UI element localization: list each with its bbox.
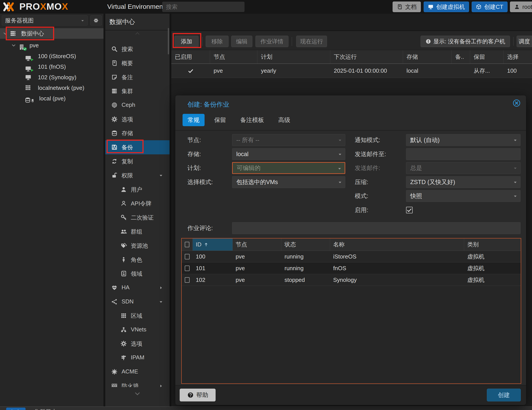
column-header-id[interactable]: ID	[193, 238, 233, 251]
documentation-button[interactable]: 文档	[393, 1, 421, 12]
nav-item-options[interactable]: 选项	[105, 112, 170, 126]
scroll-down-icon[interactable]	[131, 391, 143, 397]
collapse-arrow-icon[interactable]	[159, 173, 163, 178]
running-play-icon	[30, 68, 34, 72]
column-header-status[interactable]: 状态	[281, 238, 330, 251]
row-checkbox[interactable]	[185, 266, 190, 271]
check-icon	[407, 207, 412, 213]
nav-item-api-tokens[interactable]: API令牌	[105, 196, 170, 210]
nav-item-firewall[interactable]: 防火墙	[105, 379, 170, 387]
nav-item-sdn[interactable]: SDN	[105, 295, 170, 309]
nav-item-groups[interactable]: 群组	[105, 225, 170, 239]
nav-item-ipam[interactable]: IPAM	[105, 351, 170, 365]
tab-general[interactable]: 常规	[182, 114, 205, 126]
tree-item-vm-102[interactable]: 102 (Synology)	[0, 72, 104, 83]
select-all-checkbox[interactable]	[182, 238, 193, 251]
nav-item-vnets[interactable]: VNets	[105, 323, 170, 337]
column-header-storage[interactable]: 存储	[403, 50, 452, 63]
tab-retention[interactable]: 保留	[210, 114, 230, 126]
nav-item-realms[interactable]: 领域	[105, 267, 170, 281]
create-button[interactable]: 创建	[487, 389, 521, 401]
notification-mode-label: 通知模式:	[355, 134, 380, 146]
compression-select[interactable]: ZSTD (又快又好)	[406, 176, 521, 188]
enabled-checkbox[interactable]	[406, 207, 413, 213]
nav-item-replication[interactable]: 复制	[105, 154, 170, 168]
column-header-next-run[interactable]: 下次运行	[330, 50, 403, 63]
view-selector[interactable]: 服务器视图	[2, 15, 88, 26]
column-header-retention[interactable]: 保留	[470, 50, 504, 63]
column-header-selection[interactable]: 选择	[504, 50, 532, 63]
schedule-combo[interactable]: 可编辑的	[232, 162, 345, 174]
tasks-tab[interactable]: 任务	[6, 408, 26, 410]
nav-item-notes[interactable]: 备注	[105, 70, 170, 84]
column-header-node[interactable]: 节点	[233, 238, 281, 251]
close-icon[interactable]	[513, 99, 521, 107]
guest-row-100[interactable]: 100 pve running iStoreOS 虚拟机	[182, 251, 521, 262]
row-checkbox[interactable]	[185, 277, 190, 283]
schedule-simulator-button[interactable]: 调度	[517, 36, 532, 47]
create-vm-button[interactable]: 创建虚拟机	[424, 1, 469, 12]
nav-item-roles[interactable]: 角色	[105, 253, 170, 267]
nav-item-acme[interactable]: ACME	[105, 365, 170, 379]
job-comment-input[interactable]	[232, 222, 521, 234]
column-header-notes[interactable]: 备..	[452, 50, 470, 63]
nav-item-zones[interactable]: 区域	[105, 309, 170, 323]
tree-item-local-storage[interactable]: local (pve)	[0, 93, 104, 104]
column-header-schedule[interactable]: 计划	[257, 50, 330, 63]
nav-item-pools[interactable]: 资源池	[105, 239, 170, 253]
column-header-node[interactable]: 节点	[210, 50, 257, 63]
send-email-to-input[interactable]	[406, 148, 521, 160]
chevron-down-icon[interactable]	[11, 43, 16, 48]
search-input[interactable]	[162, 2, 244, 12]
remove-button[interactable]: 移除	[206, 36, 228, 47]
book-icon	[111, 60, 118, 66]
tree-item-pve[interactable]: pve	[0, 40, 104, 51]
nav-scrollbar[interactable]	[168, 28, 169, 54]
cluster-log-tab[interactable]: 集群日志	[34, 408, 57, 410]
notification-mode-select[interactable]: 默认 (自动)	[406, 134, 521, 146]
nav-item-users[interactable]: 用户	[105, 182, 170, 197]
nav-item-storage[interactable]: 存储	[105, 126, 170, 140]
create-ct-button[interactable]: 创建CT	[472, 1, 508, 12]
run-now-button[interactable]: 现在运行	[296, 36, 327, 47]
tree-item-vm-100[interactable]: 100 (iStoreOS)	[0, 51, 104, 61]
column-header-type[interactable]: 类别	[464, 238, 522, 251]
job-detail-button[interactable]: 作业详情	[256, 36, 288, 47]
collapse-arrow-icon[interactable]	[159, 299, 163, 304]
guest-row-102[interactable]: 102 pve stopped Synology 虚拟机	[182, 274, 521, 286]
mode-select[interactable]: 快照	[406, 190, 521, 202]
send-email-when-select[interactable]: 总是	[406, 162, 521, 174]
help-button[interactable]: 帮助	[180, 389, 216, 401]
nav-item-ceph[interactable]: Ceph	[105, 98, 170, 112]
user-menu-button[interactable]: root	[510, 1, 532, 12]
tree-item-localnetwork[interactable]: localnetwork (pve)	[0, 83, 104, 93]
expand-arrow-icon[interactable]	[159, 384, 163, 387]
nav-item-search[interactable]: 搜索	[105, 42, 170, 56]
expand-arrow-icon[interactable]	[159, 285, 163, 290]
nav-item-cluster[interactable]: 集群	[105, 84, 170, 98]
show-no-backup-guests-button[interactable]: 显示: 没有备份工作的客户机	[421, 36, 510, 47]
nav-item-sdn-options[interactable]: 选项	[105, 337, 170, 351]
backup-job-row[interactable]: pve yearly 2025-01-01 00:00:00 local 从存.…	[171, 64, 532, 78]
nav-item-permissions[interactable]: 权限	[105, 168, 170, 182]
tree-settings-button[interactable]	[90, 15, 102, 26]
node-select[interactable]: -- 所有 --	[232, 134, 345, 146]
row-checkbox[interactable]	[185, 254, 190, 259]
nav-item-summary[interactable]: 概要	[105, 56, 170, 70]
column-header-name[interactable]: 名称	[330, 238, 464, 251]
tab-note-template[interactable]: 备注模板	[236, 114, 268, 126]
nav-item-two-factor[interactable]: 二次验证	[105, 210, 170, 225]
share-network-icon	[111, 299, 118, 305]
edit-button[interactable]: 编辑	[231, 36, 252, 47]
note-icon	[111, 74, 118, 80]
tab-advanced[interactable]: 高级	[274, 114, 295, 126]
tree-item-vm-101[interactable]: 101 (fnOS)	[0, 61, 104, 72]
id-badge-icon	[120, 200, 127, 207]
content-header	[171, 14, 532, 31]
vnet-icon	[120, 326, 127, 333]
selection-mode-select[interactable]: 包括选中的VMs	[232, 176, 345, 188]
nav-item-ha[interactable]: HA	[105, 281, 170, 295]
guest-row-101[interactable]: 101 pve running fnOS 虚拟机	[182, 262, 521, 274]
storage-select[interactable]: local	[232, 148, 345, 160]
column-header-enabled[interactable]: 已启用	[171, 50, 210, 63]
